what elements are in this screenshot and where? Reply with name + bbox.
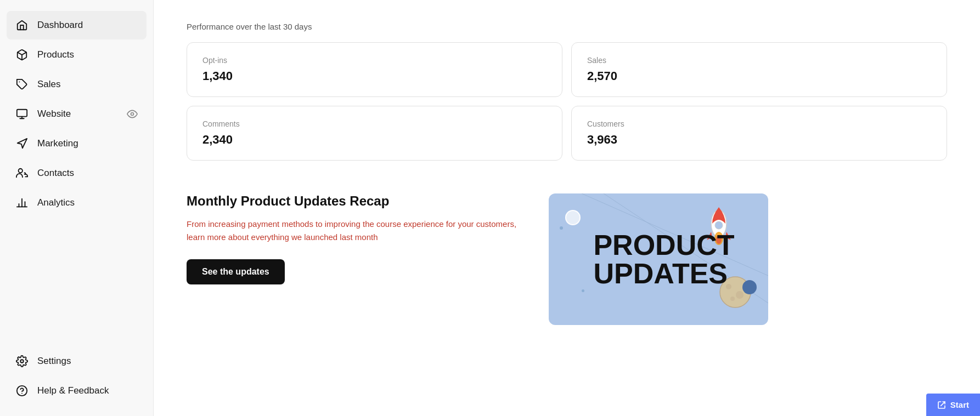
- sidebar-item-website[interactable]: Website: [7, 100, 147, 128]
- stat-value-comments: 2,340: [202, 133, 547, 147]
- sidebar-item-website-label: Website: [37, 109, 118, 119]
- sidebar-item-products-label: Products: [37, 49, 138, 60]
- see-updates-button[interactable]: See the updates: [187, 259, 285, 284]
- box-icon: [15, 48, 29, 61]
- users-icon: [15, 167, 29, 180]
- stat-label-opt-ins: Opt-ins: [202, 56, 547, 65]
- stat-card-sales: Sales 2,570: [571, 42, 947, 97]
- stat-value-opt-ins: 1,340: [202, 69, 547, 83]
- stat-card-opt-ins: Opt-ins 1,340: [187, 42, 562, 97]
- help-icon: [15, 384, 29, 397]
- eye-icon: [127, 109, 138, 119]
- sidebar-nav: Dashboard Products Sales: [0, 11, 153, 347]
- stat-card-customers: Customers 3,963: [571, 106, 947, 161]
- sidebar-item-sales[interactable]: Sales: [7, 70, 147, 99]
- stat-card-comments: Comments 2,340: [187, 106, 562, 161]
- stat-label-customers: Customers: [587, 119, 931, 128]
- svg-rect-2: [17, 110, 27, 117]
- sidebar: Dashboard Products Sales: [0, 0, 154, 416]
- sidebar-item-settings-label: Settings: [37, 356, 138, 367]
- svg-point-6: [19, 169, 22, 173]
- banner-line2: UPDATES: [593, 259, 734, 288]
- start-button[interactable]: Start: [926, 394, 980, 416]
- sidebar-item-products[interactable]: Products: [7, 41, 147, 69]
- performance-label: Performance over the last 30 days: [187, 22, 947, 31]
- stat-value-sales: 2,570: [587, 69, 931, 83]
- megaphone-icon: [15, 137, 29, 150]
- chart-icon: [15, 196, 29, 209]
- banner-line1: PRODUCT: [593, 231, 734, 259]
- stat-value-customers: 3,963: [587, 133, 931, 147]
- sidebar-item-help[interactable]: Help & Feedback: [7, 377, 147, 405]
- sidebar-item-marketing[interactable]: Marketing: [7, 129, 147, 158]
- sidebar-item-analytics-label: Analytics: [37, 197, 138, 208]
- stat-label-sales: Sales: [587, 56, 931, 65]
- sidebar-item-help-label: Help & Feedback: [37, 385, 138, 396]
- svg-point-5: [131, 113, 134, 116]
- sidebar-item-marketing-label: Marketing: [37, 138, 138, 149]
- start-icon: [937, 401, 946, 409]
- home-icon: [15, 19, 29, 32]
- start-button-label: Start: [950, 400, 969, 409]
- sidebar-item-analytics[interactable]: Analytics: [7, 189, 147, 217]
- main-content: Performance over the last 30 days Opt-in…: [154, 0, 980, 416]
- stats-grid: Opt-ins 1,340 Sales 2,570 Comments 2,340…: [187, 42, 947, 161]
- sidebar-item-dashboard[interactable]: Dashboard: [7, 11, 147, 39]
- sidebar-item-dashboard-label: Dashboard: [37, 20, 138, 31]
- updates-description: From increasing payment methods to impro…: [187, 218, 527, 244]
- settings-icon: [15, 355, 29, 368]
- sidebar-item-sales-label: Sales: [37, 79, 138, 90]
- updates-content: Monthly Product Updates Recap From incre…: [187, 193, 527, 284]
- svg-point-11: [20, 360, 24, 363]
- sidebar-item-contacts-label: Contacts: [37, 168, 138, 179]
- updates-banner: PRODUCT UPDATES: [549, 193, 768, 325]
- stat-label-comments: Comments: [202, 119, 547, 128]
- sidebar-item-settings[interactable]: Settings: [7, 347, 147, 375]
- updates-title: Monthly Product Updates Recap: [187, 193, 527, 209]
- monitor-icon: [15, 107, 29, 121]
- updates-section: Monthly Product Updates Recap From incre…: [187, 193, 947, 325]
- banner-dot-1: [560, 226, 563, 230]
- sidebar-bottom: Settings Help & Feedback: [0, 347, 153, 405]
- banner-text: PRODUCT UPDATES: [582, 231, 734, 288]
- sidebar-item-contacts[interactable]: Contacts: [7, 159, 147, 187]
- banner-text-container: PRODUCT UPDATES: [571, 220, 745, 299]
- tag-icon: [15, 78, 29, 91]
